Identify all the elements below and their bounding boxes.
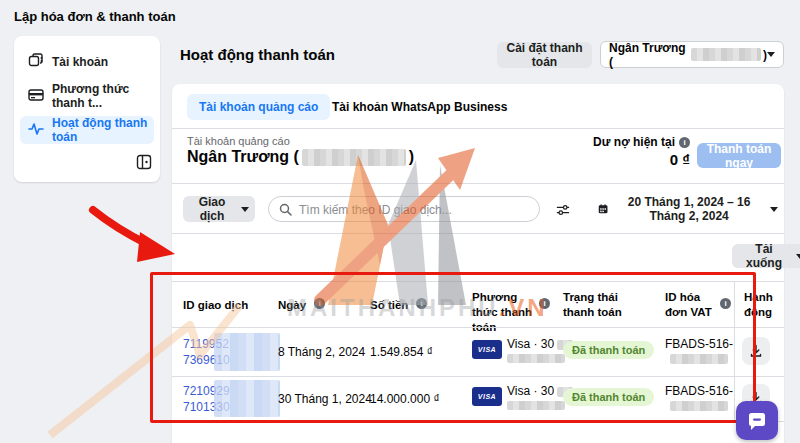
sidebar-item-label: Hoạt động thanh toán	[52, 116, 154, 144]
sidebar-item-payment-methods[interactable]: Phương thức thanh t...	[20, 82, 154, 110]
col-header-action: Hành động	[744, 290, 778, 320]
payment-activity-panel: Tài khoản quảng cáo Tài khoản WhatsApp B…	[172, 84, 784, 443]
redacted-account-id	[691, 48, 761, 61]
search-icon	[279, 203, 292, 216]
visa-card-icon: VISA	[472, 387, 502, 406]
table-row: 7119952 7369610 8 Tháng 2, 2024 1.549.85…	[172, 327, 784, 376]
sidebar-item-accounts[interactable]: Tài khoản	[20, 48, 154, 76]
download-icon	[749, 344, 763, 358]
current-balance: Dư nợ hiện tại 0 ₫	[593, 135, 690, 168]
balance-value: 0 ₫	[593, 151, 690, 168]
transaction-type-dropdown[interactable]: Giao dịch	[183, 196, 255, 222]
account-selector-dropdown[interactable]: Ngân Trương ( )	[600, 41, 784, 68]
caret-down-icon	[770, 207, 778, 212]
caret-down-icon	[796, 254, 800, 259]
redacted-card-line	[507, 354, 565, 363]
info-icon[interactable]	[314, 298, 325, 309]
redacted-transaction-id	[214, 333, 280, 371]
ad-account-label: Tài khoản quảng cáo	[187, 135, 290, 147]
divider	[172, 233, 784, 234]
transaction-amount: 1.549.854 ₫	[370, 345, 433, 359]
redacted-account-id	[302, 149, 406, 166]
tab-ad-accounts[interactable]: Tài khoản quảng cáo	[187, 94, 330, 120]
col-header-date: Ngày	[278, 298, 306, 313]
billing-page: Lập hóa đơn & thanh toán Tài khoản Phươn…	[0, 0, 800, 443]
vat-invoice-id: FBADS-516-	[665, 337, 733, 351]
tab-whatsapp-business[interactable]: Tài khoản WhatsApp Business	[332, 100, 507, 114]
pulse-icon	[28, 121, 44, 140]
filter-sliders-button[interactable]	[550, 198, 576, 222]
date-range-picker[interactable]: 20 Tháng 1, 2024 – 16 Tháng 2, 2024	[592, 196, 784, 222]
sidebar-item-label: Tài khoản	[52, 55, 108, 69]
chat-support-button[interactable]	[736, 401, 778, 440]
transaction-amount: 14.000.000 ₫	[370, 392, 440, 406]
caret-down-icon	[241, 207, 249, 212]
info-icon[interactable]	[679, 137, 690, 148]
table-row: 7210929 7101330 30 Tháng 1, 2024 14.000.…	[172, 376, 784, 421]
date-range-label: 20 Tháng 1, 2024 – 16 Tháng 2, 2024	[614, 195, 764, 223]
page-title: Lập hóa đơn & thanh toán	[14, 9, 176, 24]
redacted-invoice-id	[670, 354, 728, 364]
divider	[172, 128, 784, 129]
transaction-date: 8 Tháng 2, 2024	[278, 345, 365, 359]
info-icon[interactable]	[539, 298, 550, 309]
download-report-button[interactable]: Tải xuống	[732, 244, 800, 268]
billing-sidebar: Tài khoản Phương thức thanh t... Hoạt độ…	[14, 36, 160, 182]
sliders-icon	[556, 203, 570, 217]
col-header-payment-status: Trạng thái thanh toán	[563, 290, 643, 320]
annotation-arrow	[85, 200, 185, 270]
payment-status-badge: Đã thanh toán	[563, 388, 654, 406]
account-selector-label: Ngân Trương (	[609, 41, 689, 69]
vat-invoice-id: FBADS-516-	[665, 384, 733, 398]
transaction-date: 30 Tháng 1, 2024	[278, 392, 372, 406]
info-icon[interactable]	[416, 298, 427, 309]
sidebar-collapse-button[interactable]	[134, 152, 154, 172]
sidebar-item-label: Phương thức thanh t...	[52, 82, 154, 110]
payment-status-badge: Đã thanh toán	[563, 341, 654, 359]
pay-now-button[interactable]: Thanh toán ngay	[697, 143, 781, 168]
search-input[interactable]	[297, 198, 536, 222]
visa-card-icon: VISA	[472, 340, 502, 359]
ad-account-name: Ngân Trương ( )	[187, 148, 414, 166]
sidebar-item-payment-activity[interactable]: Hoạt động thanh toán	[20, 116, 154, 144]
redacted-card-line	[507, 401, 565, 410]
main-title: Hoạt động thanh toán	[180, 46, 335, 63]
calendar-icon	[598, 202, 608, 216]
table-header: ID giao dịch Ngày Số tiền Phương thức th…	[172, 281, 784, 327]
chat-bubble-icon	[747, 412, 767, 430]
collapse-sidebar-icon	[136, 154, 152, 170]
search-container	[268, 196, 540, 222]
balance-label: Dư nợ hiện tại	[593, 135, 675, 149]
caret-down-icon	[767, 52, 775, 57]
redacted-invoice-id	[670, 401, 728, 411]
col-header-amount: Số tiền	[370, 298, 408, 313]
info-icon[interactable]	[720, 298, 731, 309]
redacted-transaction-id	[214, 380, 280, 417]
col-header-vat-invoice-id: ID hóa đơn VAT	[665, 290, 723, 320]
action-column-divider	[734, 281, 735, 421]
col-header-transaction-id: ID giao dịch	[183, 298, 248, 313]
credit-card-icon	[28, 87, 44, 106]
download-invoice-button[interactable]	[742, 337, 770, 365]
accounts-icon	[28, 53, 44, 72]
divider	[172, 183, 784, 184]
divider	[172, 421, 784, 422]
payment-settings-button[interactable]: Cài đặt thanh toán	[497, 42, 592, 68]
